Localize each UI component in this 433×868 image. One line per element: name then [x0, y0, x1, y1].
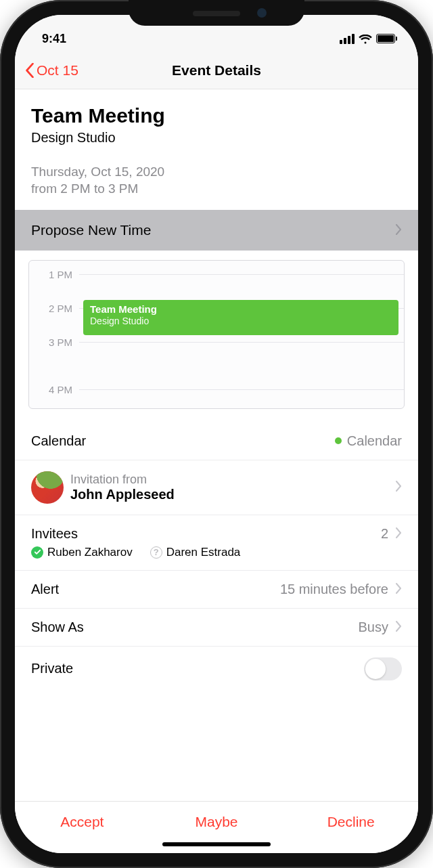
propose-new-time-button[interactable]: Propose New Time	[15, 210, 418, 251]
timeline-box[interactable]: 1 PM 2 PM 3 PM 4 PM Team Meeting Design …	[28, 260, 405, 409]
chevron-right-icon	[395, 222, 402, 238]
timeline-hour-label: 2 PM	[29, 303, 79, 314]
invitee-item: Ruben Zakharov	[31, 546, 133, 559]
status-time: 9:41	[42, 32, 66, 46]
chevron-right-icon	[395, 582, 402, 597]
timeline-event-block[interactable]: Team Meeting Design Studio	[83, 300, 398, 335]
accepted-icon	[31, 546, 43, 559]
invitee-item: ? Daren Estrada	[150, 546, 241, 559]
calendar-row[interactable]: Calendar Calendar	[15, 422, 418, 460]
invitees-row[interactable]: Invitees 2	[15, 515, 418, 546]
private-label: Private	[31, 661, 357, 676]
device-frame: 9:41 Oct 15 Event Details Team Meeting	[0, 0, 433, 868]
timeline-hour-label: 4 PM	[29, 384, 79, 395]
invitation-from-label: Invitation from	[70, 473, 388, 487]
chevron-right-icon	[395, 526, 402, 542]
invitee-name: Daren Estrada	[166, 546, 241, 559]
calendar-color-dot	[335, 437, 342, 444]
calendar-label: Calendar	[31, 433, 328, 449]
event-date-line: Thursday, Oct 15, 2020	[31, 163, 402, 181]
show-as-label: Show As	[31, 620, 352, 635]
wifi-icon	[359, 34, 372, 44]
avatar	[31, 471, 64, 504]
rsvp-bar: Accept Maybe Decline	[15, 801, 418, 838]
invitation-row[interactable]: Invitation from John Appleseed	[15, 460, 418, 515]
chevron-left-icon	[24, 63, 35, 78]
alert-label: Alert	[31, 582, 273, 597]
decline-button[interactable]: Decline	[283, 802, 418, 838]
invitees-count: 2	[381, 526, 388, 542]
tentative-icon: ?	[150, 546, 162, 559]
timeline-hour-label: 3 PM	[29, 337, 79, 348]
back-label: Oct 15	[37, 62, 78, 79]
home-indicator-area	[15, 838, 418, 853]
alert-value: 15 minutes before	[280, 582, 388, 597]
back-button[interactable]: Oct 15	[24, 62, 78, 79]
private-row: Private	[15, 647, 418, 691]
event-header: Team Meeting Design Studio Thursday, Oct…	[15, 89, 418, 210]
invitee-name: Ruben Zakharov	[47, 546, 133, 559]
show-as-row[interactable]: Show As Busy	[15, 609, 418, 647]
show-as-value: Busy	[359, 620, 388, 635]
battery-icon	[376, 34, 395, 43]
event-location: Design Studio	[31, 130, 402, 146]
accept-button[interactable]: Accept	[15, 802, 150, 838]
notch	[129, 0, 304, 26]
invitation-organizer: John Appleseed	[70, 487, 388, 502]
chevron-right-icon	[395, 620, 402, 635]
maybe-button[interactable]: Maybe	[150, 802, 284, 838]
event-date-time: Thursday, Oct 15, 2020 from 2 PM to 3 PM	[31, 163, 402, 198]
invitees-label: Invitees	[31, 526, 374, 542]
invitation-text: Invitation from John Appleseed	[70, 473, 388, 502]
timeline-event-title: Team Meeting	[90, 303, 392, 316]
timeline-hour-label: 1 PM	[29, 269, 79, 280]
calendar-value: Calendar	[335, 433, 402, 449]
content: Team Meeting Design Studio Thursday, Oct…	[15, 89, 418, 801]
event-time-line: from 2 PM to 3 PM	[31, 180, 402, 198]
invitees-list: Ruben Zakharov ? Daren Estrada	[15, 546, 418, 571]
nav-bar: Oct 15 Event Details	[15, 51, 418, 89]
private-toggle[interactable]	[364, 657, 402, 680]
timeline: 1 PM 2 PM 3 PM 4 PM Team Meeting Design …	[15, 251, 418, 409]
cellular-icon	[340, 34, 355, 44]
details-list: Calendar Calendar Invitation from John A…	[15, 422, 418, 691]
screen: 9:41 Oct 15 Event Details Team Meeting	[15, 15, 418, 853]
timeline-event-subtitle: Design Studio	[90, 316, 392, 327]
alert-row[interactable]: Alert 15 minutes before	[15, 571, 418, 609]
event-title: Team Meeting	[31, 104, 402, 128]
propose-label: Propose New Time	[31, 222, 151, 238]
status-indicators	[340, 34, 395, 44]
chevron-right-icon	[395, 479, 402, 495]
home-indicator[interactable]	[162, 842, 271, 846]
